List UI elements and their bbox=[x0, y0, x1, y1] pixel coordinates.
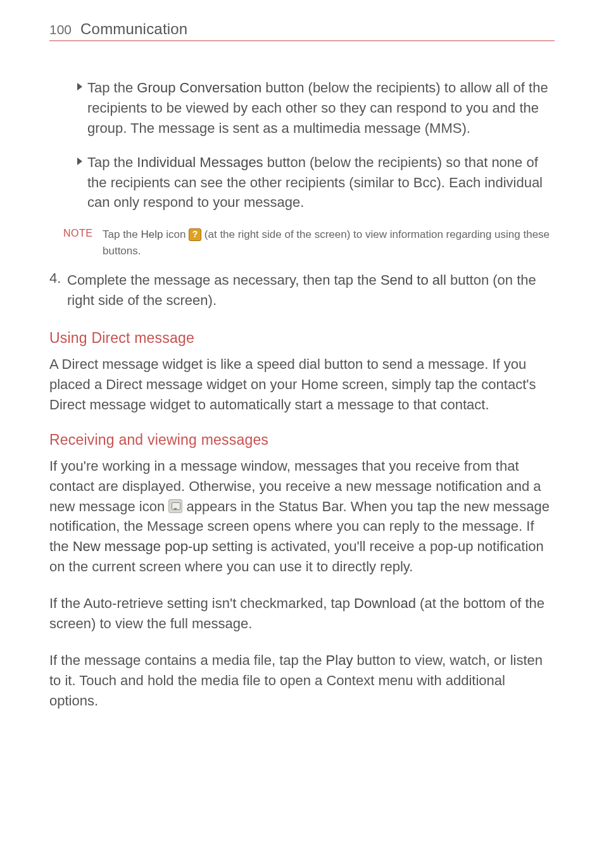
bold-term: Individual Messages bbox=[137, 154, 263, 170]
paragraph: If you're working in a message window, m… bbox=[49, 456, 555, 577]
note-label: NOTE bbox=[63, 228, 103, 239]
bold-term: New message pop-up bbox=[73, 538, 208, 554]
step-number: 4. bbox=[49, 270, 67, 311]
bullet-item: Tap the Individual Messages button (belo… bbox=[77, 152, 555, 213]
bold-term: Play bbox=[326, 652, 353, 668]
bold-term: Send to all bbox=[381, 272, 446, 288]
help-icon bbox=[189, 228, 201, 241]
message-icon bbox=[168, 499, 182, 513]
triangle-right-icon bbox=[77, 82, 87, 139]
step-text: Complete the message as necessary, then … bbox=[67, 270, 555, 311]
note-text: Tap the Help icon (at the right side of … bbox=[103, 226, 555, 259]
bold-term: Group Conversation bbox=[137, 80, 261, 96]
numbered-step: 4. Complete the message as necessary, th… bbox=[49, 270, 555, 311]
page-number: 100 bbox=[49, 22, 72, 37]
page-header: 100 Communication bbox=[49, 20, 555, 41]
triangle-right-icon bbox=[77, 156, 87, 213]
section-heading: Using Direct message bbox=[49, 330, 555, 347]
bullet-text: Tap the Individual Messages button (belo… bbox=[87, 152, 555, 213]
bullet-item: Tap the Group Conversation button (below… bbox=[77, 78, 555, 139]
bold-term: Help bbox=[141, 228, 163, 240]
section-heading: Receiving and viewing messages bbox=[49, 431, 555, 449]
bullet-text: Tap the Group Conversation button (below… bbox=[87, 78, 555, 139]
paragraph: If the message contains a media file, ta… bbox=[49, 650, 555, 711]
paragraph: A Direct message widget is like a speed … bbox=[49, 354, 555, 415]
chapter-title: Communication bbox=[80, 20, 187, 38]
note-block: NOTE Tap the Help icon (at the right sid… bbox=[63, 226, 555, 259]
paragraph: If the Auto-retrieve setting isn't check… bbox=[49, 593, 555, 634]
bold-term: Download bbox=[354, 595, 416, 611]
